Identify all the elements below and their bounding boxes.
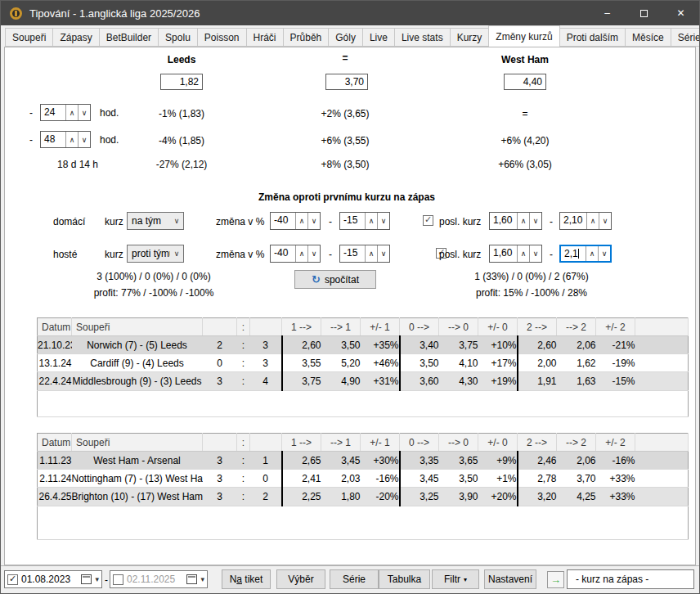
home-change-to-value[interactable]: -15: [340, 213, 365, 229]
table-row[interactable]: 1.11.23West Ham - Arsenal 3:1 2,653,45+3…: [38, 452, 689, 470]
calendar-icon[interactable]: [186, 574, 197, 584]
home-odds-field[interactable]: 1,82: [160, 74, 203, 90]
chevron-up-icon[interactable]: ∧: [586, 246, 598, 261]
col-2-delta[interactable]: +/- 2: [596, 318, 635, 336]
calendar-icon[interactable]: [81, 574, 92, 584]
date-to-checkbox[interactable]: [113, 574, 123, 585]
col-2-close[interactable]: --> 2: [557, 434, 596, 452]
col-souperi[interactable]: Soupeři: [72, 318, 203, 336]
minimize-button[interactable]: –: [589, 1, 626, 25]
tab-mesice[interactable]: Měsíce: [625, 28, 671, 47]
col-score-home[interactable]: [203, 318, 237, 336]
home-posl-kurz-checkbox[interactable]: ✓: [423, 215, 433, 226]
chevron-down-icon[interactable]: ∨: [377, 213, 389, 229]
col-1-delta[interactable]: +/- 1: [361, 318, 400, 336]
home-change-to-spinner[interactable]: -15 ∧ ∨: [339, 212, 390, 230]
tab-live-stats[interactable]: Live stats: [394, 28, 451, 47]
chevron-down-icon[interactable]: ▾: [95, 575, 99, 583]
tab-souperi[interactable]: Soupeři: [5, 28, 53, 47]
date-from-picker[interactable]: ✓ 01.08.2023 ▾: [4, 570, 102, 588]
table-row[interactable]: 22.4.24Middlesbrough (9) - (3) Leeds 3:4…: [38, 372, 689, 390]
home-change-from-spinner[interactable]: -40 ∧ ∨: [270, 212, 321, 230]
tab-proti-dalsim[interactable]: Proti dalším: [559, 28, 626, 47]
away-change-to-value[interactable]: -15: [340, 245, 365, 262]
chevron-down-icon[interactable]: ∨: [78, 132, 90, 147]
filtr-button[interactable]: Filtr ▾: [432, 569, 479, 589]
draw-odds-field[interactable]: 3,70: [325, 74, 368, 90]
col-souperi[interactable]: Soupeři: [72, 434, 203, 452]
tab-betbuilder[interactable]: BetBuilder: [99, 28, 159, 47]
chevron-up-icon[interactable]: ∧: [65, 105, 78, 120]
away-posl-from-spinner[interactable]: 1,60 ∧ ∨: [489, 245, 542, 263]
tab-hraci[interactable]: Hráči: [246, 28, 284, 47]
col-score-away[interactable]: [250, 434, 282, 452]
serie-button[interactable]: Série: [330, 569, 379, 589]
home-posl-from-spinner[interactable]: 1,60 ∧ ∨: [489, 212, 542, 230]
col-2-open[interactable]: 2 -->: [518, 434, 557, 452]
tab-live[interactable]: Live: [362, 28, 395, 47]
col-score-home[interactable]: [203, 434, 237, 452]
date-from-checkbox[interactable]: ✓: [7, 574, 18, 585]
chevron-down-icon[interactable]: ▾: [200, 575, 204, 583]
table-row[interactable]: 26.4.25Brighton (10) - (17) West Ham 3:2…: [38, 488, 689, 506]
tab-zapasy[interactable]: Zápasy: [52, 28, 99, 47]
away-change-from-value[interactable]: -40: [271, 245, 295, 262]
vyber-button[interactable]: Výběr: [276, 569, 325, 589]
chevron-up-icon[interactable]: ∧: [365, 213, 377, 229]
home-posl-to-value[interactable]: 2,10: [560, 213, 586, 229]
tab-prubeh[interactable]: Průběh: [283, 28, 330, 47]
away-odds-field[interactable]: 4,40: [504, 74, 546, 90]
col-0-open[interactable]: 0 -->: [400, 434, 439, 452]
col-score-away[interactable]: [250, 318, 282, 336]
col-1-close[interactable]: --> 1: [321, 434, 361, 452]
col-0-delta[interactable]: +/- 0: [478, 434, 518, 452]
chevron-down-icon[interactable]: ∨: [529, 213, 541, 229]
nastaveni-button[interactable]: Nastavení: [484, 569, 536, 589]
col-2-open[interactable]: 2 -->: [518, 318, 557, 336]
tab-serie-poz[interactable]: Série, poz: [671, 28, 700, 47]
home-posl-from-value[interactable]: 1,60: [490, 213, 517, 229]
tab-spolu[interactable]: Spolu: [158, 28, 198, 47]
away-posl-from-value[interactable]: 1,60: [490, 245, 517, 262]
table-row[interactable]: 21.10.23Norwich (7) - (5) Leeds 2:3 2,60…: [38, 336, 689, 354]
chevron-up-icon[interactable]: ∧: [295, 213, 307, 229]
col-colon[interactable]: :: [237, 318, 250, 336]
table-row[interactable]: 2.11.24Nottingham (7) - (13) West Han 3:…: [38, 470, 689, 488]
chevron-down-icon[interactable]: ∨: [377, 245, 389, 262]
col-1-close[interactable]: --> 1: [321, 318, 361, 336]
chevron-down-icon[interactable]: ∨: [78, 105, 90, 120]
col-datum[interactable]: Datum: [38, 434, 72, 452]
chevron-up-icon[interactable]: ∧: [517, 213, 529, 229]
col-0-open[interactable]: 0 -->: [400, 318, 439, 336]
chevron-up-icon[interactable]: ∧: [365, 245, 377, 262]
chevron-down-icon[interactable]: ∨: [307, 213, 320, 229]
col-0-delta[interactable]: +/- 0: [478, 318, 518, 336]
col-0-close[interactable]: --> 0: [439, 434, 478, 452]
col-1-delta[interactable]: +/- 1: [361, 434, 400, 452]
hours24-value[interactable]: 24: [41, 105, 65, 120]
date-to-value[interactable]: 02.11.2025: [127, 574, 183, 585]
tab-poisson[interactable]: Poisson: [197, 28, 247, 47]
col-2-delta[interactable]: +/- 2: [596, 434, 635, 452]
away-posl-to-value[interactable]: 2,1: [564, 248, 578, 259]
go-button[interactable]: →: [547, 571, 564, 588]
na-tiket-button[interactable]: Na tiket: [222, 569, 271, 589]
hours24-spinner[interactable]: 24 ∧ ∨: [40, 104, 91, 121]
home-kurz-dropdown[interactable]: na tým ∨: [127, 212, 184, 230]
away-change-from-spinner[interactable]: -40 ∧ ∨: [270, 245, 321, 263]
away-kurz-dropdown[interactable]: proti týmu ∨: [127, 245, 184, 263]
maximize-button[interactable]: [626, 1, 662, 25]
chevron-up-icon[interactable]: ∧: [295, 245, 307, 262]
away-posl-to-spinner-focused[interactable]: 2,1 ∧ ∨: [559, 245, 612, 263]
col-0-close[interactable]: --> 0: [439, 318, 478, 336]
tab-goly[interactable]: Góly: [328, 28, 363, 47]
table-row[interactable]: 13.1.24Cardiff (9) - (4) Leeds 0:3 3,555…: [38, 354, 689, 372]
chevron-down-icon[interactable]: ∨: [599, 213, 611, 229]
col-1-open[interactable]: 1 -->: [282, 434, 321, 452]
date-to-picker[interactable]: 02.11.2025 ▾: [110, 570, 208, 588]
chevron-down-icon[interactable]: ∨: [598, 246, 610, 261]
home-posl-to-spinner[interactable]: 2,10 ∧ ∨: [559, 212, 612, 230]
home-change-from-value[interactable]: -40: [271, 213, 295, 229]
chevron-up-icon[interactable]: ∧: [586, 213, 599, 229]
date-from-value[interactable]: 01.08.2023: [21, 574, 78, 585]
